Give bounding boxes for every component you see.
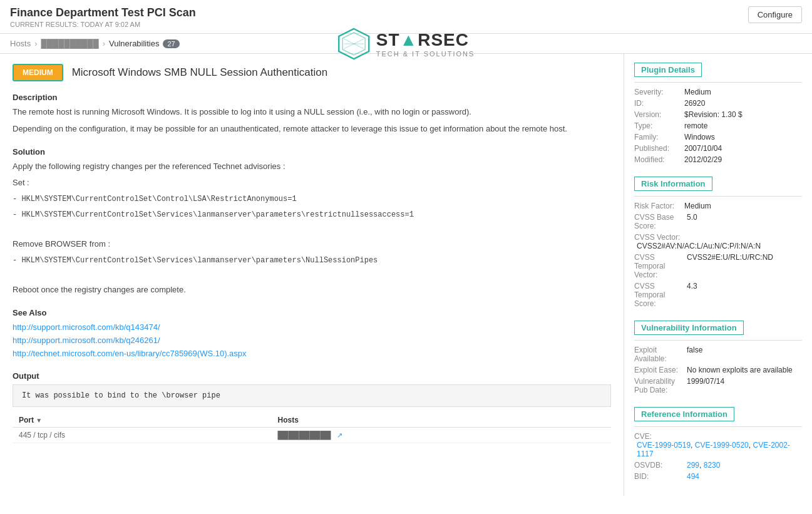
breadcrumb-sep-2: › [103, 39, 105, 48]
logo-icon [337, 28, 370, 60]
scan-info: Finance Department Test PCI Scan CURRENT… [10, 6, 196, 28]
cvss-vector-row: CVSS Vector: CVSS2#AV:N/AC:L/Au:N/C:P/I:… [634, 233, 802, 250]
solution-body: Apply the following registry changes per… [13, 160, 611, 297]
reference-information-card: Reference Information CVE: CVE-1999-0519… [634, 407, 802, 481]
cvss-base-row: CVSS Base Score: 5.0 [634, 213, 802, 230]
solution-reg1: - HKLM\SYSTEM\CurrentControlSet\Control\… [13, 193, 611, 205]
plugin-divider [634, 82, 802, 83]
plugin-field-id: ID: 26920 [634, 99, 802, 108]
exploit-available-row: Exploit Available: false [634, 346, 802, 363]
severity-badge: MEDIUM [13, 64, 63, 81]
cvss-temporal-vector-row: CVSS Temporal Vector: CVSS2#E:U/RL:U/RC:… [634, 253, 802, 279]
risk-factor-row: Risk Factor: Medium [634, 202, 802, 210]
port-table: Port ▼ Hosts 445 / tcp / cifs ██████████… [13, 413, 611, 443]
solution-reboot: Reboot once the registry changes are com… [13, 284, 611, 297]
plugin-field-type: Type: remote [634, 121, 802, 130]
logo-container: ST▲RSEC TECH & IT SOLUTIONS [337, 28, 475, 60]
vuln-pub-date-row: Vulnerability Pub Date: 1999/07/14 [634, 377, 802, 394]
logo-name: ST▲RSEC [376, 30, 475, 50]
scan-subtitle: CURRENT RESULTS: TODAY AT 9:02 AM [10, 21, 196, 28]
breadcrumb-hosts[interactable]: Hosts [10, 39, 31, 48]
description-para1: The remote host is running Microsoft Win… [13, 106, 611, 119]
col-port[interactable]: Port ▼ [13, 413, 272, 428]
ref-info-heading: Reference Information [634, 407, 734, 421]
vuln-title: Microsoft Windows SMB NULL Session Authe… [72, 66, 328, 79]
osvdb-link-1[interactable]: 299 [687, 461, 699, 470]
vuln-info-heading: Vulnerability Information [634, 321, 744, 335]
see-also-section: See Also http://support.microsoft.com/kb… [13, 308, 611, 360]
port-sort-icon: ▼ [36, 417, 42, 424]
logo-subtitle: TECH & IT SOLUTIONS [376, 50, 475, 58]
cvss-temporal-score-row: CVSS Temporal Score: 4.3 [634, 282, 802, 308]
solution-section: Solution Apply the following registry ch… [13, 147, 611, 297]
breadcrumb-host-ip[interactable]: ██████████ [41, 39, 99, 48]
main-layout: MEDIUM Microsoft Windows SMB NULL Sessio… [0, 54, 812, 496]
host-value: ██████████ ↗ [272, 428, 611, 443]
plugin-fields: Severity: Medium ID: 26920 Version: $Rev… [634, 88, 802, 164]
risk-divider [634, 196, 802, 197]
cve-link-1[interactable]: CVE-1999-0519 [637, 441, 691, 450]
description-section: Description The remote host is running M… [13, 93, 611, 136]
vulnerability-information-card: Vulnerability Information Exploit Availa… [634, 321, 802, 394]
output-code: It was possible to bind to the \browser … [13, 384, 611, 407]
see-also-link-2[interactable]: http://support.microsoft.com/kb/q246261/ [13, 334, 611, 347]
content-left: MEDIUM Microsoft Windows SMB NULL Sessio… [0, 54, 624, 496]
output-section: Output It was possible to bind to the \b… [13, 371, 611, 443]
plugin-details-heading: Plugin Details [634, 63, 702, 77]
table-row: 445 / tcp / cifs ██████████ ↗ [13, 428, 611, 443]
osvdb-link-2[interactable]: 8230 [704, 461, 721, 470]
plugin-field-version: Version: $Revision: 1.30 $ [634, 110, 802, 119]
bid-row: BID: 494 [634, 472, 802, 481]
solution-set-label: Set : [13, 177, 611, 190]
solution-remove-label: Remove BROWSER from : [13, 238, 611, 251]
breadcrumb-vulnerabilities: Vulnerabilities [109, 39, 159, 48]
risk-information-card: Risk Information Risk Factor: Medium CVS… [634, 177, 802, 308]
description-body: The remote host is running Microsoft Win… [13, 106, 611, 136]
see-also-links: http://support.microsoft.com/kb/q143474/… [13, 321, 611, 360]
configure-button[interactable]: Configure [748, 6, 802, 23]
solution-heading: Solution [13, 147, 611, 157]
osvdb-row: OSVDB: 299, 8230 [634, 461, 802, 470]
see-also-link-1[interactable]: http://support.microsoft.com/kb/q143474/ [13, 321, 611, 334]
content-right: Plugin Details Severity: Medium ID: 2692… [624, 54, 812, 496]
ref-divider [634, 426, 802, 427]
plugin-field-modified: Modified: 2012/02/29 [634, 155, 802, 164]
plugin-field-published: Published: 2007/10/04 [634, 144, 802, 153]
breadcrumb-sep-1: › [34, 39, 37, 48]
vuln-info-divider [634, 340, 802, 341]
risk-info-heading: Risk Information [634, 177, 712, 191]
ext-link-icon[interactable]: ↗ [337, 431, 342, 439]
port-value: 445 / tcp / cifs [13, 428, 272, 443]
description-para2: Depending on the configuration, it may b… [13, 123, 611, 136]
solution-reg2: - HKLM\SYSTEM\CurrentControlSet\Services… [13, 209, 611, 221]
col-hosts: Hosts [272, 413, 611, 428]
description-heading: Description [13, 93, 611, 102]
breadcrumb-bar: Hosts › ██████████ › Vulnerabilities 27 … [0, 34, 812, 54]
scan-title: Finance Department Test PCI Scan [10, 6, 196, 19]
plugin-field-family: Family: Windows [634, 133, 802, 141]
solution-intro: Apply the following registry changes per… [13, 160, 611, 173]
plugin-field-severity: Severity: Medium [634, 88, 802, 96]
cve-link-2[interactable]: CVE-1999-0520 [695, 441, 749, 450]
vuln-count-badge: 27 [163, 39, 179, 48]
vuln-header: MEDIUM Microsoft Windows SMB NULL Sessio… [13, 64, 611, 81]
logo-text: ST▲RSEC TECH & IT SOLUTIONS [376, 30, 475, 58]
solution-reg3: - HKLM\SYSTEM\CurrentControlSet\Services… [13, 255, 611, 267]
see-also-link-3[interactable]: http://technet.microsoft.com/en-us/libra… [13, 347, 611, 361]
exploit-ease-row: Exploit Ease: No known exploits are avai… [634, 366, 802, 374]
see-also-heading: See Also [13, 308, 611, 317]
cve-row: CVE: CVE-1999-0519, CVE-1999-0520, CVE-2… [634, 432, 802, 458]
output-heading: Output [13, 371, 611, 381]
plugin-details-card: Plugin Details Severity: Medium ID: 2692… [634, 63, 802, 164]
bid-link-1[interactable]: 494 [687, 472, 699, 481]
